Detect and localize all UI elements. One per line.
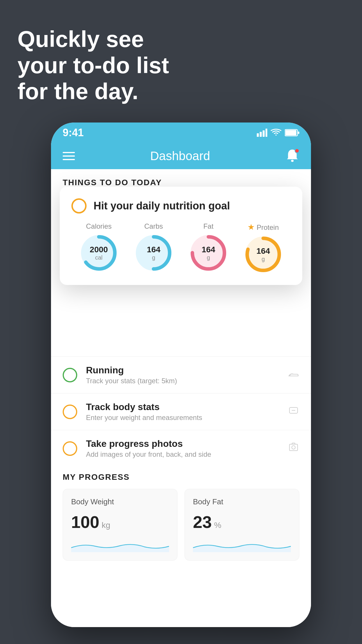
macro-label: Carbs (144, 222, 163, 230)
todo-item-text: Track body stats Enter your weight and m… (86, 402, 279, 422)
status-icons (257, 129, 299, 137)
progress-section: MY PROGRESS Body Weight 100 kg Body Fat … (51, 473, 311, 561)
macro-item-carbs: Carbs 164 g (135, 222, 173, 272)
phone-content: THINGS TO DO TODAY Hit your daily nutrit… (51, 169, 311, 627)
photo-icon (288, 441, 299, 456)
shoe-icon (288, 368, 299, 382)
svg-point-19 (292, 446, 295, 449)
headline-line2: your to-do list (17, 52, 169, 79)
card-header: Hit your daily nutrition goal (71, 198, 291, 214)
goal-checkbox[interactable] (71, 198, 87, 214)
todo-item-text: Take progress photos Add images of your … (86, 438, 279, 459)
progress-card[interactable]: Body Weight 100 kg (63, 489, 178, 561)
macro-value-text: 164 g (202, 245, 215, 261)
macro-item-protein: ★Protein 164 g (244, 222, 282, 273)
svg-rect-2 (263, 130, 265, 137)
progress-chart (71, 538, 169, 552)
macro-circle: 2000 cal (80, 234, 118, 272)
macro-label: Fat (203, 222, 214, 230)
nav-title: Dashboard (150, 149, 210, 163)
progress-card[interactable]: Body Fat 23 % (184, 489, 299, 561)
status-time: 9:41 (63, 127, 84, 139)
signal-icon (257, 129, 267, 137)
svg-point-7 (291, 160, 294, 162)
scale-icon (288, 405, 299, 419)
todo-item-text: Running Track your stats (target: 5km) (86, 365, 279, 385)
todo-item-title: Take progress photos (86, 438, 279, 449)
todo-item[interactable]: Take progress photos Add images of your … (51, 430, 311, 467)
svg-rect-5 (285, 130, 296, 135)
progress-card-value: 100 kg (71, 512, 169, 532)
todo-checkbox[interactable] (63, 441, 77, 456)
nav-bar: Dashboard (51, 143, 311, 169)
progress-card-number: 23 (193, 512, 212, 532)
macro-value-text: 164 g (256, 247, 270, 262)
wifi-icon (271, 129, 281, 137)
phone-frame: 9:41 (51, 123, 311, 627)
todo-item-subtitle: Enter your weight and measurements (86, 414, 279, 422)
macro-circle: 164 g (135, 234, 173, 272)
progress-title: MY PROGRESS (63, 473, 299, 482)
progress-card-unit: % (214, 521, 222, 530)
macro-label: Calories (86, 222, 112, 230)
todo-list: Running Track your stats (target: 5km) T… (51, 356, 311, 467)
todo-item-title: Track body stats (86, 402, 279, 412)
macro-circle: 164 g (244, 235, 282, 273)
headline: Quickly see your to-do list for the day. (17, 26, 169, 105)
todo-item-subtitle: Track your stats (target: 5km) (86, 377, 279, 385)
progress-card-unit: kg (102, 521, 110, 530)
svg-rect-18 (289, 444, 298, 451)
macro-item-fat: Fat 164 g (189, 222, 227, 272)
bell-button[interactable] (285, 148, 299, 164)
progress-card-title: Body Fat (193, 497, 291, 506)
todo-checkbox[interactable] (63, 368, 77, 382)
macro-value-text: 164 g (147, 245, 161, 261)
macro-circle: 164 g (189, 234, 227, 272)
todo-item[interactable]: Track body stats Enter your weight and m… (51, 393, 311, 430)
macro-label: ★Protein (247, 222, 279, 232)
progress-cards: Body Weight 100 kg Body Fat 23 % (63, 489, 299, 561)
headline-line3: for the day. (17, 78, 169, 105)
progress-card-title: Body Weight (71, 497, 169, 506)
svg-rect-6 (298, 132, 299, 134)
macro-value-text: 2000 cal (90, 245, 108, 261)
progress-chart (193, 538, 291, 552)
nutrition-goal-card: Hit your daily nutrition goal Calories 2… (60, 187, 302, 285)
battery-icon (285, 129, 299, 136)
todo-item[interactable]: Running Track your stats (target: 5km) (51, 356, 311, 393)
headline-line1: Quickly see (17, 26, 169, 52)
progress-card-number: 100 (71, 512, 99, 532)
menu-icon[interactable] (63, 152, 75, 160)
macros-row: Calories 2000 cal Carbs 164 (71, 222, 291, 273)
card-title: Hit your daily nutrition goal (94, 200, 230, 212)
svg-rect-1 (260, 132, 262, 137)
status-bar: 9:41 (51, 123, 311, 143)
progress-card-value: 23 % (193, 512, 291, 532)
notification-dot (295, 148, 299, 153)
svg-rect-0 (257, 133, 259, 137)
todo-item-title: Running (86, 365, 279, 376)
todo-item-subtitle: Add images of your front, back, and side (86, 450, 279, 459)
macro-item-calories: Calories 2000 cal (80, 222, 118, 272)
svg-rect-3 (266, 129, 267, 137)
todo-checkbox[interactable] (63, 405, 77, 419)
